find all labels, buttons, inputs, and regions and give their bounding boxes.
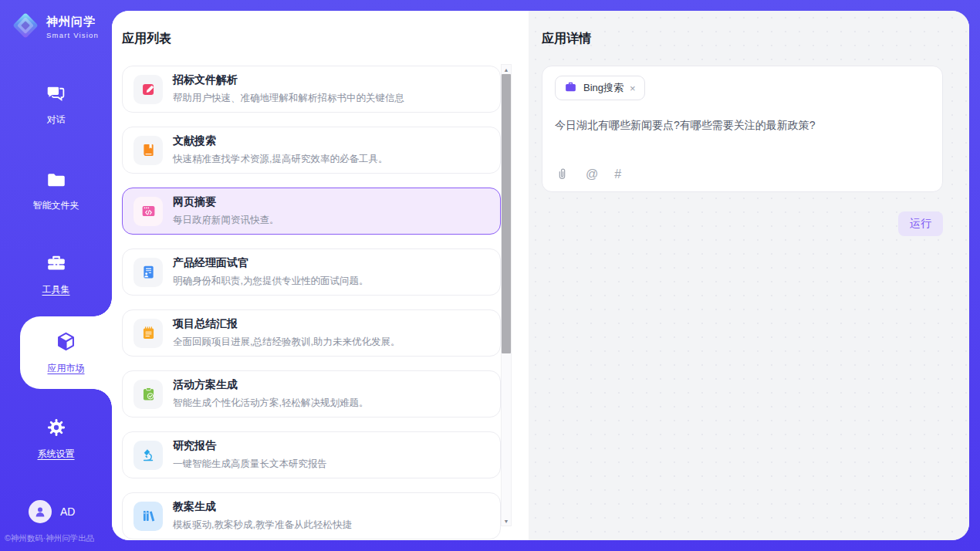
app-name: 网页摘要 xyxy=(173,195,279,209)
copyright-text: ©神州数码·神州问学出品 xyxy=(5,533,94,544)
books-icon xyxy=(133,502,163,531)
app-name: 文献搜索 xyxy=(173,134,387,148)
app-card-event-plan[interactable]: 活动方案生成 智能生成个性化活动方案,轻松解决规划难题。 xyxy=(122,370,501,417)
toolbox-icon xyxy=(46,253,67,277)
scroll-down-icon[interactable]: ▼ xyxy=(502,516,511,526)
notepad-icon xyxy=(133,319,163,348)
app-list-panel: 应用列表 招标文件解析 帮助用户快速、准确地理解和解析招标书中的关键信息 xyxy=(112,11,529,540)
gear-icon xyxy=(46,417,67,441)
user-initials: AD xyxy=(60,505,75,518)
app-detail-panel: 应用详情 Bing搜索 × 今日湖北有哪些新闻要点?有哪些需要关注的最新政策? xyxy=(529,11,969,540)
paperclip-icon[interactable] xyxy=(555,167,569,181)
app-detail-title: 应用详情 xyxy=(542,31,943,47)
app-name: 研究报告 xyxy=(173,439,327,453)
sidebar-item-label: 工具集 xyxy=(42,283,70,296)
app-name: 产品经理面试官 xyxy=(173,256,368,270)
app-card-project-summary[interactable]: 项目总结汇报 全面回顾项目进展,总结经验教训,助力未来优化发展。 xyxy=(122,309,501,357)
app-description: 智能生成个性化活动方案,轻松解决规划难题。 xyxy=(173,397,368,410)
diamond-logo-icon xyxy=(10,10,41,44)
scrollbar-thumb[interactable] xyxy=(502,74,511,353)
run-button[interactable]: 运行 xyxy=(898,211,943,236)
avatar[interactable] xyxy=(29,500,52,523)
sidebar-item-chat[interactable]: 对话 xyxy=(0,83,112,127)
document-person-icon xyxy=(133,258,163,287)
sidebar: 神州问学 Smart Vision 对话 智能文件夹 xyxy=(0,0,112,551)
app-description: 一键智能生成高质量长文本研究报告 xyxy=(173,458,327,471)
app-card-bid-parsing[interactable]: 招标文件解析 帮助用户快速、准确地理解和解析招标书中的关键信息 xyxy=(122,66,501,113)
browser-code-icon xyxy=(133,197,163,226)
prompt-input[interactable]: 今日湖北有哪些新闻要点?有哪些需要关注的最新政策? xyxy=(555,119,930,133)
app-card-pm-interviewer[interactable]: 产品经理面试官 明确身份和职责,为您提供专业性的面试问题。 xyxy=(122,248,501,296)
edit-document-icon xyxy=(133,75,163,104)
sidebar-item-label: 智能文件夹 xyxy=(33,199,79,212)
brand-subtitle: Smart Vision xyxy=(46,31,99,39)
remove-tool-icon[interactable]: × xyxy=(630,83,636,93)
app-description: 明确身份和职责,为您提供专业性的面试问题。 xyxy=(173,275,368,288)
mention-icon[interactable]: @ xyxy=(586,167,598,181)
hashtag-icon[interactable]: # xyxy=(614,167,621,181)
clipboard-check-icon xyxy=(133,380,163,409)
tool-tag-label: Bing搜索 xyxy=(583,81,623,95)
prompt-card: Bing搜索 × 今日湖北有哪些新闻要点?有哪些需要关注的最新政策? @ # xyxy=(542,66,943,192)
app-card-research-report[interactable]: 研究报告 一键智能生成高质量长文本研究报告 xyxy=(122,431,501,478)
user-account[interactable]: AD xyxy=(29,500,75,523)
app-description: 每日政府新闻资讯快查。 xyxy=(173,214,279,227)
sidebar-item-label: 应用市场 xyxy=(48,362,85,375)
sidebar-item-toolset[interactable]: 工具集 xyxy=(0,253,112,296)
app-description: 全面回顾项目进展,总结经验教训,助力未来优化发展。 xyxy=(173,336,400,349)
cube-icon xyxy=(55,330,77,356)
app-description: 快速精准查找学术资源,提高研究效率的必备工具。 xyxy=(173,153,387,166)
tool-tag-bing-search[interactable]: Bing搜索 × xyxy=(555,76,645,100)
app-card-literature-search[interactable]: 文献搜索 快速精准查找学术资源,提高研究效率的必备工具。 xyxy=(122,127,501,174)
app-card-web-summary[interactable]: 网页摘要 每日政府新闻资讯快查。 xyxy=(122,188,501,235)
app-name: 项目总结汇报 xyxy=(173,317,400,331)
chat-icon xyxy=(46,83,66,107)
run-row: 运行 xyxy=(542,211,943,236)
brand-logo: 神州问学 Smart Vision xyxy=(10,10,99,44)
sidebar-item-label: 系统设置 xyxy=(38,448,75,461)
main-content: 应用列表 招标文件解析 帮助用户快速、准确地理解和解析招标书中的关键信息 xyxy=(112,11,969,540)
sidebar-item-label: 对话 xyxy=(47,113,66,127)
sidebar-item-app-market[interactable]: 应用市场 xyxy=(20,316,112,389)
app-name: 教案生成 xyxy=(173,500,352,514)
book-icon xyxy=(133,136,163,165)
app-name: 活动方案生成 xyxy=(173,378,368,392)
app-card-lesson-plan[interactable]: 教案生成 模板驱动,教案秒成,教学准备从此轻松快捷 xyxy=(122,492,501,539)
app-card-list: 招标文件解析 帮助用户快速、准确地理解和解析招标书中的关键信息 文献搜索 xyxy=(122,66,501,539)
app-list-scrollbar[interactable]: ▲ ▼ xyxy=(501,64,512,526)
briefcase-icon xyxy=(564,80,577,96)
app-list-title: 应用列表 xyxy=(122,31,501,47)
sidebar-item-smart-folders[interactable]: 智能文件夹 xyxy=(0,170,112,212)
app-name: 招标文件解析 xyxy=(173,73,404,87)
folder-icon xyxy=(46,170,67,193)
microscope-icon xyxy=(133,441,163,470)
scroll-up-icon[interactable]: ▲ xyxy=(502,65,511,74)
app-window: 神州问学 Smart Vision 对话 智能文件夹 xyxy=(0,0,980,551)
app-description: 模板驱动,教案秒成,教学准备从此轻松快捷 xyxy=(173,519,352,532)
app-description: 帮助用户快速、准确地理解和解析招标书中的关键信息 xyxy=(173,92,404,105)
brand-name: 神州问学 xyxy=(46,15,99,29)
sidebar-item-settings[interactable]: 系统设置 xyxy=(0,417,112,461)
attachment-toolbar: @ # xyxy=(555,167,621,181)
